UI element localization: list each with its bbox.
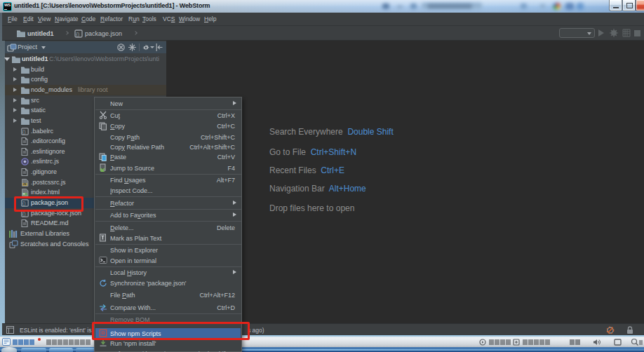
svg-text:H: H (23, 192, 25, 196)
svg-text:JS: JS (23, 182, 27, 186)
svg-text:{): {) (22, 211, 26, 217)
svg-text:{): {) (22, 129, 26, 135)
svg-text:{): {) (76, 31, 80, 37)
